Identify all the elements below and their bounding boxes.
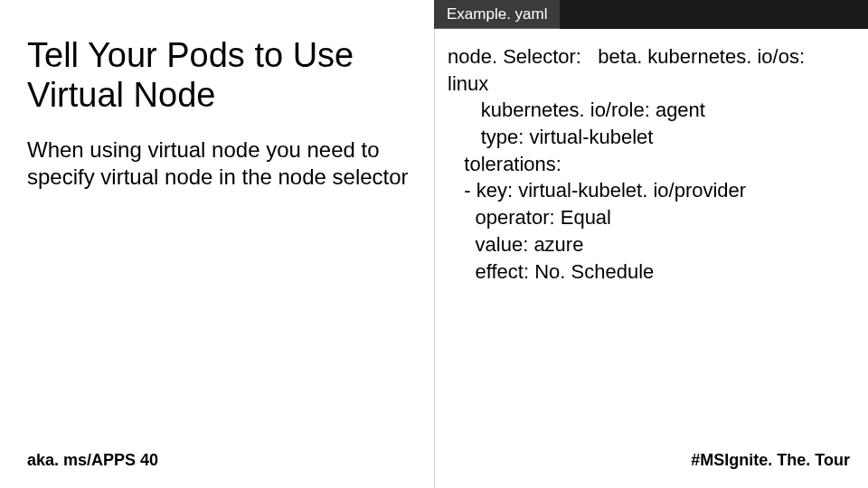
code-line: linux [448,70,854,98]
left-column: Tell Your Pods to Use Virtual Node When … [27,36,416,191]
code-line: value: azure [448,231,854,258]
code-line: operator: Equal [448,204,854,231]
tab-bar: Example. yaml [434,0,868,29]
slide-title: Tell Your Pods to Use Virtual Node [27,36,416,115]
file-tab[interactable]: Example. yaml [434,0,560,29]
code-block: node. Selector: beta. kubernetes. io/os:… [448,43,854,285]
vertical-divider [434,0,435,488]
code-line: - key: virtual-kubelet. io/provider [448,177,854,204]
footer-hashtag: #MSIgnite. The. Tour [691,451,850,470]
code-line: node. Selector: beta. kubernetes. io/os: [448,43,854,70]
slide-subtitle: When using virtual node you need to spec… [27,136,416,191]
footer-link: aka. ms/APPS 40 [27,451,158,470]
code-line: effect: No. Schedule [448,258,854,286]
code-line: tolerations: [448,151,854,178]
code-line: kubernetes. io/role: agent [448,97,854,124]
code-line: type: virtual-kubelet [448,124,854,151]
slide: Tell Your Pods to Use Virtual Node When … [0,0,868,488]
